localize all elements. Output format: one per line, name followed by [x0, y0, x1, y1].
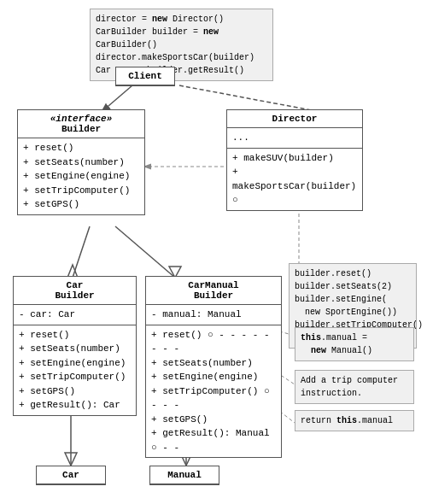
- svg-line-1: [179, 85, 316, 111]
- client-box: Client: [115, 67, 175, 86]
- svg-line-4: [115, 226, 175, 278]
- builder-stereotype: «interface»: [23, 114, 139, 124]
- car-builder-box: CarBuilder - car: Car + reset() + setSea…: [13, 276, 137, 416]
- carmanual-builder-methods: + reset() ○ - - - - - - - - + setSeats(n…: [146, 325, 281, 458]
- director-name: Director: [227, 110, 362, 128]
- svg-line-0: [102, 85, 132, 111]
- note-this-manual: this.manual = new Manual(): [295, 327, 414, 361]
- uml-diagram: director = new Director() CarBuilder bui…: [0, 0, 427, 504]
- director-box: Director ... + makeSUV(builder) + makeSp…: [226, 109, 363, 211]
- car-builder-name: CarBuilder: [14, 277, 136, 305]
- code-line-2: CarBuilder builder = new CarBuilder(): [96, 26, 267, 51]
- director-fields: ...: [227, 128, 362, 149]
- code-line-1: director = new Director(): [96, 13, 267, 26]
- car-builder-fields: - car: Car: [14, 305, 136, 325]
- svg-marker-8: [65, 453, 77, 466]
- code-line-3: director.makeSportsCar(builder): [96, 51, 267, 64]
- note-return-manual: return this.manual: [295, 410, 414, 431]
- note-trip-computer: Add a trip computer instruction.: [295, 370, 414, 404]
- carmanual-builder-box: CarManualBuilder - manual: Manual + rese…: [145, 276, 282, 458]
- builder-box: «interface» Builder + reset() + setSeats…: [17, 109, 145, 215]
- builder-header: «interface» Builder: [18, 110, 144, 138]
- car-builder-methods: + reset() + setSeats(number) + setEngine…: [14, 325, 136, 415]
- car-box: Car: [36, 466, 106, 485]
- client-label: Client: [116, 67, 174, 85]
- carmanual-builder-name: CarManualBuilder: [146, 277, 281, 305]
- builder-methods: + reset() + setSeats(number) + setEngine…: [18, 138, 144, 214]
- svg-line-2: [73, 226, 90, 278]
- manual-label: Manual: [150, 466, 219, 484]
- car-label: Car: [37, 466, 105, 484]
- carmanual-builder-fields: - manual: Manual: [146, 305, 281, 325]
- builder-name: Builder: [23, 124, 139, 134]
- director-methods: + makeSUV(builder) + makeSportsCar(build…: [227, 149, 362, 210]
- manual-box: Manual: [149, 466, 219, 485]
